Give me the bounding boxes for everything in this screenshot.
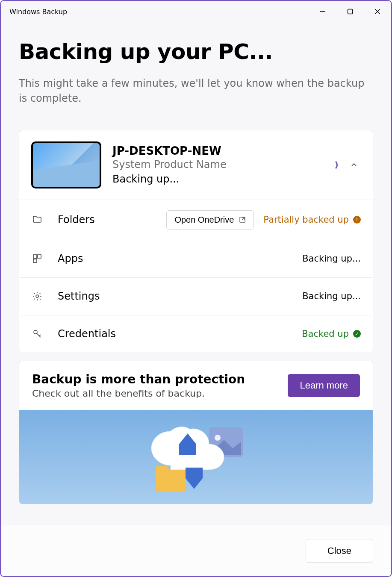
row-folders: Folders Open OneDrive Partially backed u…	[19, 200, 373, 240]
device-product: System Product Name	[112, 159, 315, 171]
promo-card: Backup is more than protection Check out…	[19, 361, 373, 504]
svg-point-14	[215, 435, 221, 441]
minimize-icon	[320, 9, 326, 15]
close-window-button[interactable]	[364, 1, 391, 22]
promo-subtitle: Check out all the benefits of backup.	[32, 388, 279, 399]
svg-rect-15	[156, 470, 186, 491]
promo-title: Backup is more than protection	[32, 372, 279, 386]
open-onedrive-label: Open OneDrive	[174, 215, 234, 225]
close-button[interactable]: Close	[306, 539, 373, 563]
device-header-right	[327, 159, 358, 171]
promo-header: Backup is more than protection Check out…	[19, 361, 373, 410]
device-info: JP-DESKTOP-NEW System Product Name Backi…	[112, 144, 315, 185]
row-credentials-status: Backed up ✓	[302, 329, 361, 339]
key-icon	[31, 329, 43, 339]
row-credentials: Credentials Backed up ✓	[19, 315, 373, 353]
content-area: Backing up your PC... This might take a …	[1, 22, 391, 525]
row-settings: Settings Backing up...	[19, 277, 373, 315]
window-title: Windows Backup	[9, 8, 67, 16]
close-icon	[374, 9, 380, 15]
row-credentials-label: Credentials	[58, 328, 116, 340]
row-apps-label: Apps	[58, 253, 83, 265]
svg-rect-7	[38, 255, 41, 258]
learn-more-button[interactable]: Learn more	[288, 374, 360, 397]
svg-point-9	[36, 295, 38, 297]
device-header[interactable]: JP-DESKTOP-NEW System Product Name Backi…	[19, 130, 373, 200]
promo-illustration	[19, 410, 373, 504]
maximize-icon	[347, 9, 353, 15]
svg-rect-1	[348, 9, 353, 14]
device-name: JP-DESKTOP-NEW	[112, 144, 315, 157]
svg-rect-8	[33, 259, 37, 262]
check-icon: ✓	[353, 330, 361, 338]
row-apps: Apps Backing up...	[19, 240, 373, 277]
row-settings-label: Settings	[58, 290, 100, 302]
chevron-up-icon[interactable]	[350, 161, 358, 169]
minimize-button[interactable]	[309, 1, 336, 22]
gear-icon	[31, 291, 43, 301]
apps-icon	[31, 253, 43, 264]
cloud-sync-icon	[132, 418, 260, 495]
svg-point-10	[34, 330, 37, 334]
device-thumbnail	[31, 141, 101, 188]
device-card: JP-DESKTOP-NEW System Product Name Backi…	[19, 130, 373, 353]
svg-line-12	[39, 335, 41, 336]
svg-rect-6	[33, 255, 37, 258]
page-heading: Backing up your PC...	[19, 39, 373, 64]
row-folders-label: Folders	[58, 214, 95, 226]
svg-rect-16	[156, 466, 168, 471]
folder-icon	[31, 215, 43, 225]
device-status: Backing up...	[112, 173, 315, 185]
window-controls	[309, 1, 391, 22]
page-subheading: This might take a few minutes, we'll let…	[19, 76, 373, 106]
row-apps-status: Backing up...	[302, 253, 361, 264]
row-settings-status: Backing up...	[302, 291, 361, 301]
open-external-icon	[239, 216, 246, 223]
warning-icon: !	[353, 216, 361, 224]
open-onedrive-button[interactable]: Open OneDrive	[166, 210, 254, 230]
footer-bar: Close	[1, 525, 391, 576]
progress-spinner-icon	[327, 159, 338, 171]
row-folders-status: Partially backed up !	[263, 215, 361, 225]
svg-line-5	[242, 218, 245, 220]
window-frame: Windows Backup Backing up your PC... Thi…	[0, 0, 392, 577]
title-bar: Windows Backup	[1, 1, 391, 22]
maximize-button[interactable]	[336, 1, 364, 22]
